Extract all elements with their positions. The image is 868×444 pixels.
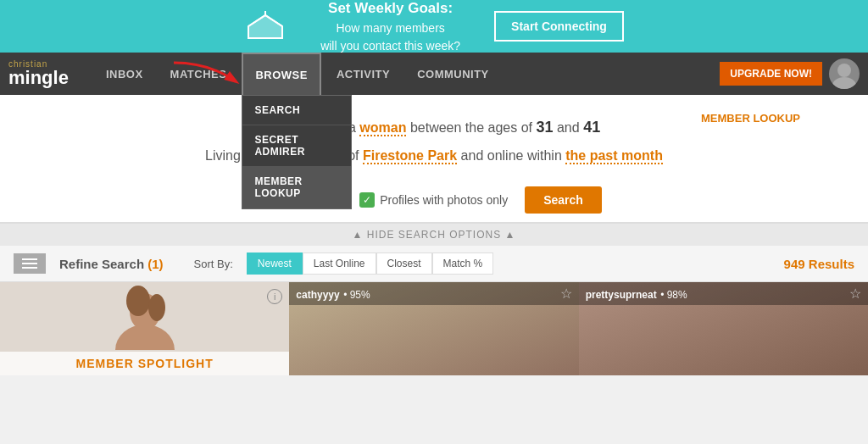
profile-card-2[interactable]: prettysuprneat • 98% ☆	[579, 282, 868, 375]
refine-search-label: Refine Search (1)	[59, 257, 164, 271]
banner-subtitle2: will you contact this week?	[320, 39, 460, 53]
svg-point-2	[837, 64, 851, 77]
banner-title: Set Weekly Goals:	[328, 0, 453, 16]
seeking-gender[interactable]: woman	[359, 120, 406, 136]
sort-by-label: Sort By:	[194, 258, 233, 270]
search-bottom: Online now ✓ Profiles with photos only S…	[34, 178, 834, 222]
banner-icon	[244, 11, 287, 42]
favorite-icon-2[interactable]: ☆	[849, 286, 861, 302]
banner-subtitle: How many members	[336, 21, 444, 35]
results-count: 949 Results	[784, 257, 854, 271]
nav-links: INBOX MATCHES BROWSE SEARCH SECRET ADMIR…	[94, 53, 720, 95]
navbar: christian mingle INBOX MATCHES BROWSE SE…	[0, 53, 868, 95]
arrow-indicator	[165, 54, 242, 97]
seeking-ages: between the ages of	[410, 120, 532, 135]
cards-area: i MEMBER SPOTLIGHT cathyyyy • 95% ☆ pret…	[0, 282, 868, 375]
banner-text: Set Weekly Goals: How many members will …	[320, 0, 460, 55]
hamburger-line	[22, 267, 37, 269]
hamburger-button[interactable]	[14, 253, 46, 274]
top-banner: Set Weekly Goals: How many members will …	[0, 0, 868, 53]
hamburger-line	[22, 263, 37, 264]
online-within: and online within	[461, 148, 562, 163]
card-overlay-2: prettysuprneat • 98% ☆	[579, 282, 868, 305]
card-name-2: prettysuprneat	[586, 289, 657, 301]
age2[interactable]: 41	[583, 119, 600, 136]
upgrade-button[interactable]: UPGRADE NOW!	[720, 62, 822, 86]
sort-buttons: Newest Last Online Closest Match %	[247, 253, 493, 275]
card-match-info: cathyyyy • 95%	[296, 286, 370, 302]
age1[interactable]: 31	[536, 119, 553, 136]
sort-last-online[interactable]: Last Online	[303, 253, 376, 275]
hamburger-line	[22, 258, 37, 260]
and-label: and	[557, 120, 580, 135]
hide-search-label: HIDE SEARCH OPTIONS	[367, 229, 501, 241]
start-connecting-button[interactable]: Start Connecting	[494, 11, 624, 42]
photos-label: Profiles with photos only	[380, 193, 508, 207]
profile-card-1[interactable]: cathyyyy • 95% ☆	[289, 282, 578, 375]
nav-activity[interactable]: ACTIVITY	[325, 53, 402, 95]
refine-count-badge: (1)	[147, 257, 163, 271]
dropdown-menu: SEARCH SECRET ADMIRER MEMBER LOOKUP	[242, 95, 352, 209]
favorite-icon-1[interactable]: ☆	[560, 286, 572, 302]
search-panel: I am seeking a woman between the ages of…	[0, 95, 868, 223]
svg-point-5	[115, 325, 175, 350]
green-checkmark: ✓	[359, 192, 375, 208]
card-name-1: cathyyyy	[296, 289, 339, 301]
results-bar: Refine Search (1) Sort By: Newest Last O…	[0, 246, 868, 282]
sort-match-percent[interactable]: Match %	[432, 253, 494, 275]
member-lookup-link[interactable]: MEMBER LOOKUP	[701, 112, 800, 125]
refine-label-text: Refine Search	[59, 257, 144, 271]
avatar[interactable]	[829, 58, 860, 89]
card-match-info-2: prettysuprneat • 98%	[586, 286, 687, 302]
svg-point-7	[148, 294, 165, 321]
sort-newest[interactable]: Newest	[247, 253, 303, 275]
sort-closest[interactable]: Closest	[376, 253, 432, 275]
logo: christian mingle	[8, 60, 69, 87]
nav-right: UPGRADE NOW!	[720, 58, 860, 89]
spotlight-label: MEMBER SPOTLIGHT	[0, 352, 289, 375]
hide-search-options-bar[interactable]: ▲ HIDE SEARCH OPTIONS ▲	[0, 223, 868, 246]
card-match-2: • 98%	[660, 289, 687, 301]
photos-only-checkbox[interactable]: ✓ Profiles with photos only	[359, 192, 508, 208]
card-overlay-1: cathyyyy • 95% ☆	[289, 282, 578, 305]
search-button[interactable]: Search	[525, 186, 602, 214]
svg-point-3	[832, 77, 856, 89]
dropdown-secret-admirer[interactable]: SECRET ADMIRER	[242, 125, 351, 167]
spotlight-person-svg	[103, 282, 187, 350]
browse-dropdown[interactable]: BROWSE SEARCH SECRET ADMIRER MEMBER LOOK…	[242, 53, 321, 95]
nav-inbox[interactable]: INBOX	[94, 53, 155, 95]
nav-community[interactable]: COMMUNITY	[405, 53, 501, 95]
svg-point-6	[126, 286, 150, 316]
nav-browse[interactable]: BROWSE	[242, 53, 321, 95]
location-value[interactable]: Firestone Park	[363, 148, 457, 164]
card-match-1: • 95%	[343, 289, 370, 301]
logo-mingle: mingle	[8, 69, 69, 87]
spotlight-card[interactable]: i MEMBER SPOTLIGHT	[0, 282, 289, 375]
dropdown-search[interactable]: SEARCH	[242, 96, 351, 125]
dropdown-member-lookup[interactable]: MEMBER LOOKUP	[242, 167, 351, 208]
timeframe-value[interactable]: the past month	[565, 148, 663, 164]
search-criteria-row: I am seeking a woman between the ages of…	[34, 112, 834, 178]
